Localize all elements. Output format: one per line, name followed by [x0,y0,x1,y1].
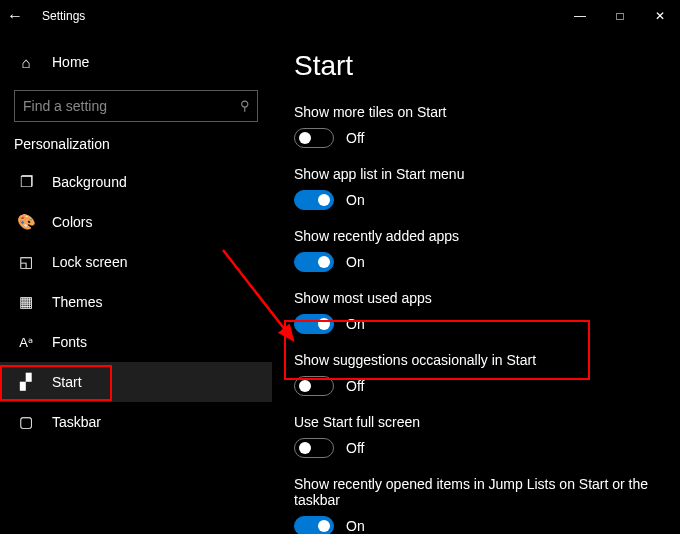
titlebar: ← Settings — □ ✕ [0,0,680,32]
home-icon: ⌂ [14,54,38,71]
sidebar: ⌂ Home ⚲ Personalization ❐ Background 🎨 … [0,32,272,534]
search-input[interactable] [14,90,258,122]
sidebar-home[interactable]: ⌂ Home [0,42,272,82]
toggle-show-more-tiles[interactable] [294,128,334,148]
minimize-button[interactable]: — [560,0,600,32]
window-title: Settings [42,9,85,23]
setting-recently-added: Show recently added apps On [294,228,658,272]
setting-label: Show recently opened items in Jump Lists… [294,476,658,508]
toggle-state: On [346,518,365,534]
sidebar-item-label: Start [52,374,82,390]
sidebar-item-label: Lock screen [52,254,127,270]
toggle-state: On [346,254,365,270]
setting-full-screen: Use Start full screen Off [294,414,658,458]
sidebar-home-label: Home [52,54,89,70]
setting-show-app-list: Show app list in Start menu On [294,166,658,210]
setting-jump-lists: Show recently opened items in Jump Lists… [294,476,658,534]
setting-most-used: Show most used apps On [294,290,658,334]
sidebar-item-fonts[interactable]: Aᵃ Fonts [0,322,272,362]
sidebar-item-colors[interactable]: 🎨 Colors [0,202,272,242]
fonts-icon: Aᵃ [14,335,38,350]
sidebar-item-label: Background [52,174,127,190]
page-heading: Start [294,50,658,82]
toggle-state: On [346,316,365,332]
setting-label: Show more tiles on Start [294,104,658,120]
lock-screen-icon: ◱ [14,253,38,271]
toggle-state: Off [346,130,364,146]
setting-label: Show recently added apps [294,228,658,244]
sidebar-item-themes[interactable]: ▦ Themes [0,282,272,322]
sidebar-item-label: Fonts [52,334,87,350]
toggle-jump-lists[interactable] [294,516,334,534]
toggle-recently-added[interactable] [294,252,334,272]
back-button[interactable]: ← [0,7,30,25]
sidebar-item-label: Colors [52,214,92,230]
toggle-state: Off [346,440,364,456]
maximize-button[interactable]: □ [600,0,640,32]
palette-icon: 🎨 [14,213,38,231]
setting-show-more-tiles: Show more tiles on Start Off [294,104,658,148]
setting-label: Show app list in Start menu [294,166,658,182]
sidebar-item-label: Themes [52,294,103,310]
toggle-state: Off [346,378,364,394]
toggle-state: On [346,192,365,208]
toggle-most-used[interactable] [294,314,334,334]
sidebar-item-label: Taskbar [52,414,101,430]
picture-icon: ❐ [14,173,38,191]
themes-icon: ▦ [14,293,38,311]
close-button[interactable]: ✕ [640,0,680,32]
start-icon: ▞ [14,373,38,391]
taskbar-icon: ▢ [14,413,38,431]
toggle-suggestions[interactable] [294,376,334,396]
content-pane: Start Show more tiles on Start Off Show … [272,32,680,534]
sidebar-section-header: Personalization [0,136,272,162]
toggle-full-screen[interactable] [294,438,334,458]
setting-label: Use Start full screen [294,414,658,430]
setting-label: Show most used apps [294,290,658,306]
sidebar-item-taskbar[interactable]: ▢ Taskbar [0,402,272,442]
setting-label: Show suggestions occasionally in Start [294,352,658,368]
sidebar-item-start[interactable]: ▞ Start [0,362,272,402]
setting-suggestions: Show suggestions occasionally in Start O… [294,352,658,396]
sidebar-item-background[interactable]: ❐ Background [0,162,272,202]
search-icon: ⚲ [240,98,250,113]
toggle-show-app-list[interactable] [294,190,334,210]
sidebar-item-lock-screen[interactable]: ◱ Lock screen [0,242,272,282]
